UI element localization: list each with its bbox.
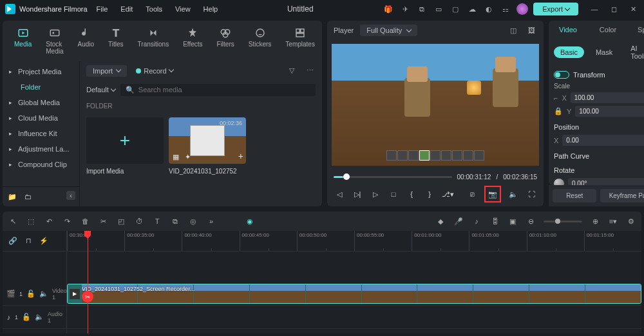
tl-auto-ripple[interactable]: ⚡ (39, 236, 49, 246)
playhead[interactable]: ✂ (88, 231, 88, 333)
rp-sub-mask[interactable]: Mask (589, 46, 619, 58)
reset-button[interactable]: Reset (553, 189, 596, 203)
stop-button[interactable]: □ (388, 188, 399, 200)
tl-view-mode[interactable]: ≡▾ (608, 216, 618, 226)
rp-sub-basic[interactable]: Basic (554, 46, 584, 58)
tab-filters[interactable]: Filters (211, 23, 241, 59)
display-mode-button[interactable]: ⎚ (466, 188, 478, 200)
monitor-icon[interactable]: ▭ (433, 3, 444, 15)
tl-more-tools[interactable]: » (206, 216, 216, 226)
quality-select[interactable]: Full Quality (360, 25, 417, 36)
minimize-button[interactable]: — (589, 3, 600, 15)
preview-viewport[interactable] (327, 40, 544, 170)
tl-ai-button[interactable]: ◉ (245, 216, 255, 226)
mute-icon[interactable]: 🔈 (35, 313, 44, 322)
menu-view[interactable]: View (175, 5, 191, 13)
sidebar-project-media[interactable]: ▸Project Media (3, 64, 79, 79)
gift-icon[interactable]: 🎁 (383, 3, 394, 15)
import-button[interactable]: Import (86, 65, 127, 77)
fullscreen-button[interactable]: ⛶ (526, 188, 537, 200)
sort-default[interactable]: Default (86, 86, 115, 94)
new-folder-icon[interactable]: 📁 (6, 191, 18, 203)
rp-tab-color[interactable]: Color (589, 21, 627, 39)
sidebar-cloud-media[interactable]: ▸Cloud Media (3, 110, 79, 126)
sidebar-influence-kit[interactable]: ▸Influence Kit (3, 126, 79, 141)
tl-magnet[interactable]: ⊓ (23, 236, 33, 246)
rp-tab-speed[interactable]: Speed (629, 21, 644, 39)
tl-marker-button[interactable]: ◆ (435, 216, 446, 226)
close-button[interactable]: ✕ (627, 3, 639, 15)
tl-zoom-in[interactable]: ⊕ (590, 216, 600, 226)
menu-file[interactable]: File (97, 5, 108, 13)
tl-select-tool[interactable]: ⬚ (26, 216, 36, 226)
timeline-ruler[interactable]: 00:30:00 00:00:35:00 00:00:40:00 00:00:4… (67, 231, 641, 252)
volume-button[interactable]: 🔈 (507, 188, 519, 200)
link-icon[interactable]: ⌐ (554, 94, 558, 102)
compare-icon[interactable]: ◫ (507, 25, 519, 36)
prev-frame-button[interactable]: ◁ (334, 188, 345, 200)
mark-out-button[interactable]: } (424, 188, 435, 200)
video-clip[interactable]: ▶ VID_20241031_102752_Screen Recorder... (67, 284, 641, 304)
tl-color-tool[interactable]: ◎ (188, 216, 198, 226)
tl-speed-tool[interactable]: ⏱ (134, 216, 144, 226)
export-button[interactable]: Export (533, 3, 578, 15)
menu-edit[interactable]: Edit (120, 5, 133, 13)
tab-transitions[interactable]: Transitions (131, 23, 176, 59)
search-media-input[interactable]: 🔍 (120, 84, 316, 96)
tab-titles[interactable]: Titles (102, 23, 130, 59)
snapshot-button[interactable]: 📷 (487, 188, 498, 200)
tl-pointer-tool[interactable]: ↖ (8, 216, 18, 226)
tl-cut-tool[interactable]: ✂ (98, 216, 108, 226)
new-bin-icon[interactable]: 🗀 (22, 191, 33, 203)
seek-bar[interactable] (334, 176, 452, 178)
headset-icon[interactable]: ◐ (483, 3, 495, 15)
media-clip-card[interactable]: 00:02:36 ▦ ✦ + VID_20241031_102752 (169, 117, 246, 175)
tab-stock-media[interactable]: Stock Media (39, 23, 70, 59)
tl-delete-button[interactable]: 🗑 (80, 216, 90, 226)
video-track-header[interactable]: 🎬 1 🔓 🔈 Video 1 (3, 282, 66, 306)
tl-crop-tool[interactable]: ◰ (116, 216, 126, 226)
transform-toggle[interactable] (554, 71, 569, 79)
timeline-empty-lane[interactable] (67, 252, 641, 282)
tl-undo-button[interactable]: ↶ (44, 216, 54, 226)
tl-render-button[interactable]: ▣ (507, 216, 518, 226)
menu-help[interactable]: Help (204, 5, 218, 13)
audio-track-lane[interactable] (67, 306, 641, 329)
menu-tools[interactable]: Tools (146, 5, 162, 13)
sidebar-folder[interactable]: Folder (3, 79, 79, 95)
more-icon[interactable]: ⋯ (304, 65, 316, 77)
video-track-lane[interactable]: ▶ VID_20241031_102752_Screen Recorder... (67, 282, 641, 306)
devices-icon[interactable]: ⧉ (416, 3, 428, 15)
collapse-sidebar-button[interactable]: ‹ (66, 191, 75, 200)
import-media-card[interactable]: + Import Media (86, 117, 164, 175)
position-x-input[interactable] (562, 135, 644, 146)
scale-x-input[interactable] (571, 92, 644, 103)
playhead-scissors-icon[interactable]: ✂ (82, 291, 93, 302)
tl-text-tool[interactable]: T (152, 216, 162, 226)
tv-icon[interactable]: ▢ (450, 3, 461, 15)
record-button[interactable]: Record (136, 67, 173, 75)
tl-zoom-slider[interactable] (544, 221, 582, 222)
rp-sub-ai-tools[interactable]: AI Tools (624, 43, 644, 62)
rp-tab-video[interactable]: Video (549, 21, 587, 39)
tl-audio-button[interactable]: ♪ (471, 216, 482, 226)
tab-audio[interactable]: Audio (71, 23, 100, 59)
play-button[interactable]: ▷ (370, 188, 381, 200)
tab-effects[interactable]: Effects (176, 23, 209, 59)
sidebar-global-media[interactable]: ▸Global Media (3, 95, 79, 110)
lock-icon[interactable]: 🔒 (554, 107, 563, 115)
tl-copy-tool[interactable]: ⧉ (170, 216, 180, 226)
lock-icon[interactable]: 🔓 (26, 290, 35, 299)
cloud-icon[interactable]: ☁ (466, 3, 478, 15)
grid-icon[interactable]: ⚏ (500, 3, 511, 15)
tl-zoom-out[interactable]: ⊖ (526, 216, 536, 226)
tl-settings[interactable]: ⚙ (626, 216, 636, 226)
grid-view-icon[interactable]: ▦ (171, 152, 180, 161)
effects-icon[interactable]: ✦ (183, 152, 192, 161)
maximize-button[interactable]: ◻ (608, 3, 620, 15)
tl-mic-button[interactable]: 🎤 (453, 216, 464, 226)
tab-stickers[interactable]: Stickers (242, 23, 278, 59)
marker-menu[interactable]: ⎇▾ (442, 188, 453, 200)
search-field[interactable] (138, 86, 310, 94)
add-to-timeline-icon[interactable]: + (238, 151, 243, 161)
